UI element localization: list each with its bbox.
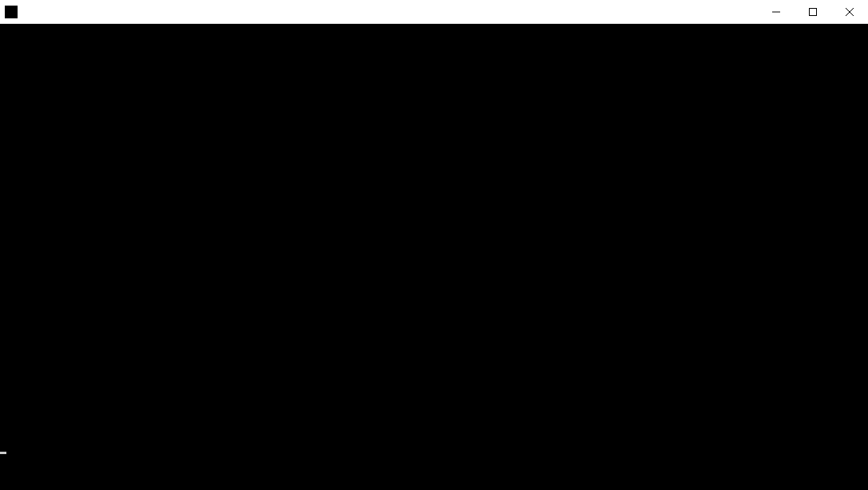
cmd-icon (5, 6, 18, 18)
cursor (0, 452, 6, 454)
close-button[interactable] (831, 0, 868, 23)
maximize-button[interactable] (795, 0, 831, 23)
prompt-line-2 (0, 442, 868, 458)
blank-line (0, 362, 868, 378)
blank-line (0, 235, 868, 251)
titlebar (0, 0, 868, 24)
blank-line (0, 283, 868, 298)
blank-line (0, 410, 868, 426)
terminal-output[interactable] (0, 24, 868, 490)
blank-line (0, 91, 868, 107)
minimize-button[interactable] (758, 0, 795, 23)
window-controls (758, 0, 868, 23)
svg-rect-1 (810, 8, 817, 15)
blank-line (0, 171, 868, 187)
